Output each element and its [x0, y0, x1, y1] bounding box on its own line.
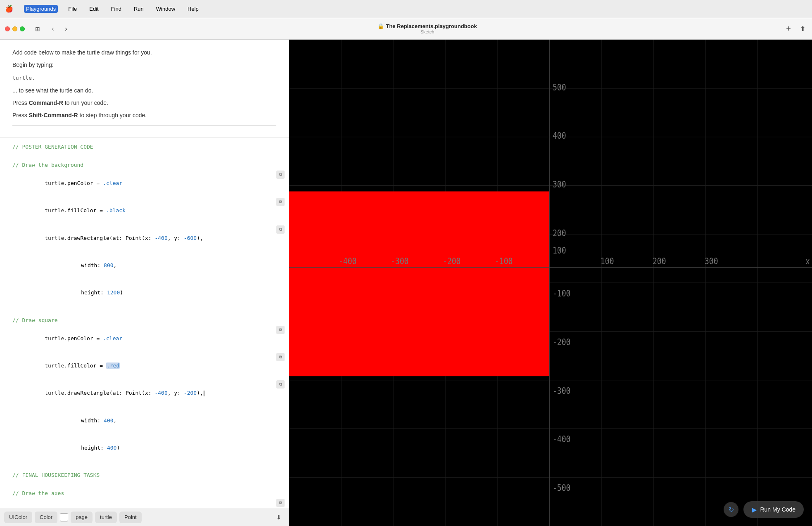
instruction-line1: Add code below to make the turtle draw t… [12, 48, 276, 57]
line-icons: ⧉ [276, 353, 285, 361]
autocomplete-uicolor[interactable]: UIColor [4, 512, 32, 523]
back-button[interactable]: ‹ [47, 23, 59, 35]
menu-run[interactable]: Run [132, 5, 146, 13]
code-drawaxes: turtle.drawAxes(withScale: true, [12, 498, 285, 508]
svg-text:-200: -200 [443, 256, 461, 267]
divider [12, 125, 276, 126]
code-height-400: height: 400) [12, 434, 285, 462]
code-pencolor-clear2: turtle.penColor = .clear [12, 325, 285, 352]
svg-text:-100: -100 [495, 256, 513, 267]
shortcut2: Shift-Command-R [29, 112, 78, 118]
code-line-fillcolor-black: turtle.fillColor = .black ⧉ [0, 197, 289, 224]
code-editor[interactable]: // POSTER GENERATION CODE // Draw the ba… [0, 137, 289, 508]
svg-text:-300: -300 [553, 386, 570, 396]
comment-draw-axes: // Draw the axes [12, 489, 285, 498]
code-line-blank [0, 152, 289, 161]
code-line-comment-axes: // Draw the axes [0, 489, 289, 498]
code-drawrect-square: turtle.drawRectangle(at: Point(x: -400, … [12, 379, 285, 407]
autocomplete-turtle[interactable]: turtle [95, 512, 117, 523]
code-line-height-400: height: 400) [0, 434, 289, 462]
bottom-bar: UIColor Color page turtle Point ⬇ [0, 508, 289, 526]
svg-text:300: 300 [553, 180, 566, 190]
svg-text:-400: -400 [339, 256, 356, 267]
line-icons: ⧉ [276, 171, 285, 179]
copy-icon-btn[interactable]: ⧉ [276, 499, 285, 507]
lock-icon: 🔒 [378, 23, 384, 29]
code-line-comment-square: // Draw square [0, 316, 289, 325]
code-line-drawaxes: turtle.drawAxes(withScale: true, ⧉ [0, 498, 289, 508]
code-line-width-400: width: 400, [0, 407, 289, 434]
menu-bar: 🍎 Playgrounds File Edit Find Run Window … [0, 0, 812, 18]
code-drawrect-at: turtle.drawRectangle(at: Point(x: -400, … [12, 225, 285, 252]
instruction-line5: Press Shift-Command-R to step through yo… [12, 111, 276, 120]
color-swatch[interactable] [60, 513, 68, 521]
forward-button[interactable]: › [60, 23, 72, 35]
comment-draw-bg: // Draw the background [12, 161, 285, 170]
instruction-line2: Begin by typing: [12, 60, 276, 69]
menu-window[interactable]: Window [154, 5, 177, 13]
run-area: ↻ ▶ Run My Code [724, 501, 804, 518]
menu-edit[interactable]: Edit [87, 5, 100, 13]
svg-text:-200: -200 [553, 337, 570, 347]
svg-text:500: 500 [553, 82, 566, 92]
traffic-lights [5, 26, 25, 31]
svg-text:100: 100 [553, 246, 566, 256]
code-line-blank4 [0, 480, 289, 489]
svg-text:-300: -300 [391, 256, 408, 267]
copy-icon-btn[interactable]: ⧉ [276, 326, 285, 334]
svg-rect-19 [289, 192, 549, 377]
svg-text:-400: -400 [553, 434, 570, 445]
menu-find[interactable]: Find [109, 5, 123, 13]
navigation-buttons: ‹ › [47, 23, 72, 35]
autocomplete-page[interactable]: page [71, 512, 93, 523]
code-panel: Add code below to make the turtle draw t… [0, 40, 289, 526]
copy-icon-btn[interactable]: ⧉ [276, 380, 285, 389]
copy-icon-btn[interactable]: ⧉ [276, 198, 285, 206]
expand-keyboard-button[interactable]: ⬇ [273, 512, 285, 523]
svg-text:200: 200 [553, 228, 566, 239]
file-title: 🔒 The Replacements.playgroundbook [378, 23, 477, 29]
code-line-drawrect-square: turtle.drawRectangle(at: Point(x: -400, … [0, 379, 289, 407]
code-fillcolor-black: turtle.fillColor = .black [12, 197, 285, 224]
fullscreen-button[interactable] [20, 26, 25, 31]
run-code-button[interactable]: ▶ Run My Code [743, 501, 804, 518]
file-subtitle: Sketch [420, 29, 434, 34]
autocomplete-color[interactable]: Color [35, 512, 57, 523]
copy-icon-btn[interactable]: ⧉ [276, 225, 285, 234]
spinner-button[interactable]: ↻ [724, 502, 738, 517]
line-icons: ⧉ [276, 326, 285, 334]
svg-text:100: 100 [601, 256, 614, 267]
svg-text:200: 200 [653, 256, 666, 267]
code-width-800: width: 800, [12, 252, 285, 279]
autocomplete-point[interactable]: Point [119, 512, 142, 523]
copy-icon-btn[interactable]: ⧉ [276, 353, 285, 361]
line-icons: ⧉ [276, 198, 285, 206]
grid-container: 500 400 300 200 100 -100 -200 -300 -400 … [289, 40, 812, 526]
close-button[interactable] [5, 26, 10, 31]
code-fillcolor-red: turtle.fillColor = .red [12, 352, 285, 379]
code-pencolor-clear: turtle.penColor = .clear [12, 170, 285, 197]
share-button[interactable]: ⬆ [798, 23, 807, 34]
code-line: // Draw the background [0, 161, 289, 170]
code-line-blank2 [0, 306, 289, 315]
apple-logo-icon: 🍎 [5, 5, 13, 13]
line-icons: ⧉ [276, 499, 285, 507]
svg-text:-100: -100 [553, 289, 570, 299]
title-area: 🔒 The Replacements.playgroundbook Sketch [76, 23, 779, 34]
run-button-label: Run My Code [760, 506, 795, 513]
sidebar-toggle-button[interactable]: ⊞ [32, 24, 43, 34]
main-layout: Add code below to make the turtle draw t… [0, 40, 812, 526]
svg-text:x: x [805, 256, 810, 267]
code-line-pen-color-clear: turtle.penColor = .clear ⧉ [0, 170, 289, 197]
menu-help[interactable]: Help [185, 5, 201, 13]
instructions-area: Add code below to make the turtle draw t… [0, 40, 289, 137]
menu-playgrounds[interactable]: Playgrounds [24, 5, 58, 13]
code-line-comment-housekeeping: // FINAL HOUSEKEEPING TASKS [0, 471, 289, 480]
svg-text:400: 400 [553, 131, 566, 141]
minimize-button[interactable] [12, 26, 17, 31]
line-icons: ⧉ [276, 225, 285, 234]
copy-icon-btn[interactable]: ⧉ [276, 171, 285, 179]
code-line-fillcolor-red: turtle.fillColor = .red ⧉ [0, 352, 289, 379]
add-button[interactable]: + [783, 23, 794, 35]
menu-file[interactable]: File [66, 5, 79, 13]
